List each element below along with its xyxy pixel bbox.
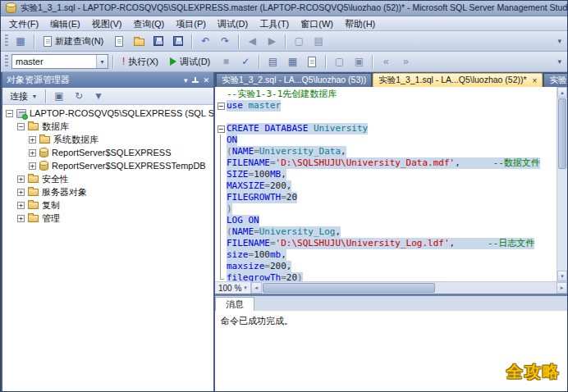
tree-item-reportserver-tempdb[interactable]: +ReportServer$SQLEXPRESSTempDB xyxy=(2,159,213,172)
toolbar-overflow-icon[interactable]: ▾ xyxy=(555,57,564,66)
menu-item-1[interactable]: 文件(F) xyxy=(3,16,44,30)
scroll-right-icon[interactable]: ▸ xyxy=(557,282,567,294)
cancel-query-icon[interactable]: ■ xyxy=(217,53,235,71)
code-line-10[interactable]: FILEGROWTH=20 xyxy=(215,192,557,203)
expand-icon[interactable]: + xyxy=(17,215,25,222)
tree-item-reportserver[interactable]: +ReportServer$SQLEXPRESS xyxy=(2,146,213,159)
redo-icon[interactable]: ↷ xyxy=(216,33,234,50)
fold-collapse-icon[interactable]: − xyxy=(218,125,225,133)
connect-button[interactable]: 连接▾ xyxy=(5,89,41,103)
vertical-scrollbar[interactable]: ▴ ▾ xyxy=(557,87,567,281)
tab-file-1[interactable]: 实验1_3_2.sql - LA...Q5\luozhao (53)) xyxy=(216,73,372,87)
fold-collapse-icon[interactable]: − xyxy=(218,103,225,110)
horizontal-scrollbar[interactable]: ◂ ▸ xyxy=(251,282,567,294)
indent-icon[interactable]: » xyxy=(396,53,415,71)
menu-item-6[interactable]: 调试(D) xyxy=(212,16,254,30)
open-file-icon[interactable] xyxy=(130,33,148,50)
properties-window-icon[interactable]: ▢ xyxy=(290,33,308,50)
expand-icon[interactable]: + xyxy=(29,136,36,144)
tree-item-security[interactable]: +安全性 xyxy=(2,172,213,185)
window-menu-icon[interactable]: ▾ xyxy=(184,76,188,84)
expand-icon[interactable]: + xyxy=(17,202,25,209)
code-line-15[interactable]: size=100mb, xyxy=(215,249,557,261)
refresh-icon[interactable]: ↻ xyxy=(70,89,88,103)
code-line-7[interactable]: FILENAME='D:\SQLSHUJU\University_Data.md… xyxy=(215,157,557,169)
sql-editor[interactable]: --实验1-3-1先创建数据库−use master−CREATE DATABA… xyxy=(215,87,567,281)
tree-item-replication[interactable]: +复制 xyxy=(2,198,213,212)
tab-file-2[interactable]: 实验1_3_1.sql - LA...Q5\luozhao (52))*× xyxy=(373,73,543,87)
code-line-4[interactable]: −CREATE DATABASE University xyxy=(215,123,557,134)
parse-query-icon[interactable]: ✓ xyxy=(236,53,254,71)
code-line-17[interactable]: filegrowTh=20) xyxy=(215,272,557,281)
code-line-11[interactable]: ) xyxy=(215,203,557,215)
outdent-icon[interactable]: « xyxy=(377,53,395,71)
pin-icon[interactable] xyxy=(191,76,199,84)
registered-servers-icon[interactable]: ▤ xyxy=(309,33,328,50)
tree-item-system-databases[interactable]: +系统数据库 xyxy=(2,133,213,146)
execute-button[interactable]: !执行(X) xyxy=(117,53,163,71)
expand-icon[interactable]: + xyxy=(29,149,36,157)
code-line-1[interactable]: --实验1-3-1先创建数据库 xyxy=(215,89,557,100)
results-to-text-icon[interactable]: ▤ xyxy=(263,53,282,71)
code-line-2[interactable]: −use master xyxy=(215,100,557,112)
tree-item-databases[interactable]: −数据库 xyxy=(2,120,213,133)
navigate-forward-icon[interactable]: ▶ xyxy=(263,33,281,50)
save-icon[interactable] xyxy=(149,33,167,50)
scroll-up-icon[interactable]: ▴ xyxy=(557,87,567,98)
database-combo[interactable]: master▾ xyxy=(11,54,108,69)
hscrollbar-thumb[interactable] xyxy=(263,283,435,293)
zoom-control[interactable]: 100 % ▾ xyxy=(215,282,251,294)
collapse-icon[interactable]: − xyxy=(17,123,25,130)
new-document-icon[interactable] xyxy=(110,33,128,50)
zoom-dropdown-icon[interactable]: ▾ xyxy=(244,285,247,291)
menu-item-4[interactable]: 查询(Q) xyxy=(127,16,170,30)
code-line-6[interactable]: (NAME=University_Data, xyxy=(215,146,557,157)
expand-icon[interactable]: + xyxy=(17,189,25,196)
intellisense-icon[interactable]: ▣ xyxy=(350,53,368,71)
hscrollbar-track[interactable] xyxy=(436,282,557,294)
code-line-16[interactable]: maxsize=200, xyxy=(215,261,557,272)
code-line-9[interactable]: MAXSIZE=200, xyxy=(215,180,557,192)
menu-item-7[interactable]: 工具(T) xyxy=(254,16,295,30)
activity-monitor-icon[interactable]: ▦ xyxy=(11,33,30,50)
tab-close-icon[interactable]: × xyxy=(531,76,538,85)
menu-item-9[interactable]: 帮助(H) xyxy=(339,16,381,30)
code-line-3[interactable] xyxy=(215,112,557,123)
menu-item-5[interactable]: 项目(P) xyxy=(170,16,212,30)
debug-button[interactable]: 调试(D) xyxy=(165,53,215,71)
undo-icon[interactable]: ↶ xyxy=(196,33,214,50)
messages-tab[interactable]: 消息 xyxy=(215,297,254,311)
close-icon[interactable]: ✕ xyxy=(203,76,209,84)
code-line-5[interactable]: ON xyxy=(215,134,557,146)
object-explorer-header[interactable]: 对象资源管理器 ▾ ✕ xyxy=(2,72,213,88)
filter-icon[interactable]: ▼ xyxy=(89,89,108,103)
toolbar-overflow-icon[interactable]: ▾ xyxy=(555,37,564,45)
vscrollbar-thumb[interactable] xyxy=(558,98,566,169)
scroll-left-icon[interactable]: ◂ xyxy=(251,282,262,294)
menu-item-2[interactable]: 编辑(E) xyxy=(44,16,86,30)
dropdown-arrow-icon[interactable]: ▾ xyxy=(96,55,108,68)
disconnect-icon[interactable]: ▣ xyxy=(50,89,68,103)
code-lines[interactable]: --实验1-3-1先创建数据库−use master−CREATE DATABA… xyxy=(215,87,557,281)
expand-icon[interactable]: + xyxy=(29,162,36,170)
code-line-8[interactable]: SIZE=100MB, xyxy=(215,169,557,180)
menu-item-8[interactable]: 窗口(W) xyxy=(295,16,339,30)
title-bar[interactable]: 实验1_3_1.sql - LAPTOP-RCOSQVQ5\SQLEXPRESS… xyxy=(1,1,567,16)
tree-item-server[interactable]: −LAPTOP-RCOSQVQ5\SQLEXPRESS (SQL Server … xyxy=(2,107,213,120)
query-options-icon[interactable]: ▢ xyxy=(330,53,348,71)
results-to-file-icon[interactable] xyxy=(303,53,321,71)
new-query-button[interactable]: 新建查询(N) xyxy=(39,33,108,50)
menu-item-3[interactable]: 视图(V) xyxy=(86,16,128,30)
tree-item-management[interactable]: +管理 xyxy=(2,212,213,225)
tree-item-server-objects[interactable]: +服务器对象 xyxy=(2,185,213,198)
code-line-12[interactable]: LOG ON xyxy=(215,215,557,226)
collapse-icon[interactable]: − xyxy=(6,110,13,117)
save-all-icon[interactable] xyxy=(169,33,187,50)
code-line-14[interactable]: FILENAME='D:\SQLSHUJU\University_Log.ldf… xyxy=(215,238,557,249)
results-to-grid-icon[interactable]: ▦ xyxy=(283,53,301,71)
scroll-down-icon[interactable]: ▾ xyxy=(557,271,567,281)
expand-icon[interactable]: + xyxy=(17,175,25,183)
code-line-13[interactable]: (NAME=University_Log, xyxy=(215,226,557,238)
tab-file-3[interactable]: 实验1_2.s xyxy=(543,73,567,87)
navigate-back-icon[interactable]: ◀ xyxy=(243,33,261,50)
